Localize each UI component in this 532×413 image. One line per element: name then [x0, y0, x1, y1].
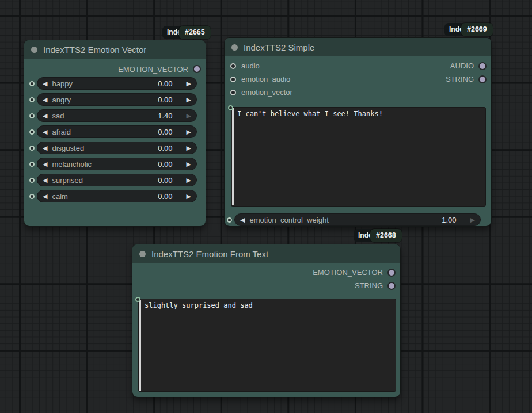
input-socket-angry[interactable] [29, 97, 35, 102]
decrement-icon[interactable]: ◀ [43, 97, 47, 103]
widget-row-melancholic: ◀ melancholic 0.00 ▶ [29, 158, 197, 170]
input-socket-calm[interactable] [29, 194, 35, 199]
node-id-badge: #2668 [370, 229, 402, 242]
node-indextts2-simple: IndexTTS2 Simple audio emotion_audio emo… [225, 38, 491, 226]
decrement-icon[interactable]: ◀ [43, 81, 47, 87]
output-socket-string[interactable] [478, 75, 487, 83]
input-socket-disgusted[interactable] [29, 146, 35, 151]
number-widget-sad[interactable]: ◀ sad 1.40 ▶ [37, 109, 197, 122]
collapse-dot-icon[interactable] [139, 251, 146, 257]
decrement-icon[interactable]: ◀ [43, 113, 47, 119]
increment-icon[interactable]: ▶ [187, 113, 191, 119]
output-label: STRING [446, 75, 474, 83]
widget-row-angry: ◀ angry 0.00 ▶ [29, 93, 197, 106]
text-scroll-strip[interactable] [139, 300, 141, 391]
widget-row-disgusted: ◀ disgusted 0.00 ▶ [29, 142, 197, 154]
widget-value: 0.00 [158, 176, 172, 185]
widget-label: emotion_control_weight [249, 216, 437, 224]
widget-row-emotion-control-weight: ◀ emotion_control_weight 1.00 ▶ [227, 213, 481, 226]
tts-text-input[interactable]: I can't believe what I see! Thanks! [235, 108, 485, 205]
input-socket-text[interactable] [228, 105, 233, 110]
number-widget-afraid[interactable]: ◀ afraid 0.00 ▶ [37, 125, 197, 138]
widget-value: 0.00 [158, 79, 172, 88]
decrement-icon[interactable]: ◀ [43, 129, 47, 135]
widget-label: afraid [52, 128, 153, 136]
number-widget-angry[interactable]: ◀ angry 0.00 ▶ [37, 93, 197, 106]
increment-icon[interactable]: ▶ [187, 161, 191, 167]
input-socket-afraid[interactable] [29, 129, 35, 135]
input-label: emotion_audio [241, 75, 290, 83]
widget-value: 0.00 [158, 128, 172, 136]
widget-row-afraid: ◀ afraid 0.00 ▶ [29, 125, 197, 138]
widget-value: 0.00 [158, 160, 172, 169]
node-header[interactable]: IndexTTS2 Simple [225, 38, 491, 56]
output-label: EMOTION_VECTOR [313, 268, 383, 277]
output-row-string: STRING [441, 72, 491, 86]
input-socket-surprised[interactable] [29, 178, 35, 183]
output-socket-emotion-vector[interactable] [193, 65, 201, 73]
number-widget-melancholic[interactable]: ◀ melancholic 0.00 ▶ [37, 158, 197, 170]
input-socket-emotion-vector[interactable] [230, 90, 236, 95]
widget-row-surprised: ◀ surprised 0.00 ▶ [29, 174, 197, 186]
node-emotion-vector: IndexTTS2 Emotion Vector EMOTION_VECTOR … [24, 40, 206, 226]
decrement-icon[interactable]: ◀ [43, 177, 47, 183]
increment-icon[interactable]: ▶ [187, 129, 191, 135]
node-graph-canvas[interactable]: IndexTTS2 #2665 IndexTTS2 Emotion Vector… [0, 0, 532, 413]
input-socket-emotion-audio[interactable] [230, 77, 236, 82]
collapse-dot-icon[interactable] [231, 44, 238, 51]
increment-icon[interactable]: ▶ [187, 97, 191, 103]
collapse-dot-icon[interactable] [31, 47, 37, 53]
widget-value: 1.00 [442, 216, 456, 224]
output-row-emotion-vector: EMOTION_VECTOR [132, 266, 400, 279]
output-socket-emotion-vector[interactable] [387, 269, 396, 277]
output-label: EMOTION_VECTOR [118, 65, 188, 74]
output-column: AUDIO STRING [441, 59, 491, 86]
number-widget-happy[interactable]: ◀ happy 0.00 ▶ [37, 77, 197, 90]
widget-label: sad [52, 112, 153, 120]
text-widget-box: I can't believe what I see! Thanks! [231, 107, 486, 206]
output-socket-string[interactable] [387, 282, 396, 290]
increment-icon[interactable]: ▶ [470, 217, 475, 223]
widget-label: melancholic [52, 160, 153, 169]
decrement-icon[interactable]: ◀ [43, 193, 47, 200]
widget-label: angry [52, 95, 153, 104]
widget-label: surprised [52, 176, 153, 185]
input-socket-sad[interactable] [29, 113, 35, 118]
output-socket-audio[interactable] [478, 62, 487, 70]
node-badge-2665: IndexTTS2 #2665 [162, 26, 211, 39]
increment-icon[interactable]: ▶ [187, 193, 191, 200]
output-label: AUDIO [450, 62, 474, 70]
widget-row-sad: ◀ sad 1.40 ▶ [29, 109, 197, 122]
output-row: EMOTION_VECTOR [24, 62, 206, 76]
widget-label: happy [52, 79, 153, 88]
node-id-badge: #2665 [179, 26, 211, 39]
text-scroll-strip[interactable] [232, 108, 234, 205]
node-title: IndexTTS2 Emotion From Text [151, 249, 268, 259]
number-widget-surprised[interactable]: ◀ surprised 0.00 ▶ [37, 174, 197, 186]
emotion-text-input[interactable]: slightly surprised and sad [142, 300, 395, 391]
input-socket-audio[interactable] [230, 63, 236, 69]
widget-value: 0.00 [158, 144, 172, 152]
number-widget-calm[interactable]: ◀ calm 0.00 ▶ [37, 190, 197, 202]
widget-value: 0.00 [158, 192, 172, 201]
decrement-icon[interactable]: ◀ [240, 217, 245, 223]
increment-icon[interactable]: ▶ [187, 177, 191, 183]
decrement-icon[interactable]: ◀ [43, 161, 47, 167]
input-socket-happy[interactable] [29, 81, 35, 86]
increment-icon[interactable]: ▶ [187, 81, 191, 87]
input-label: emotion_vector [241, 88, 292, 97]
input-row-emotion-vector: emotion_vector [225, 86, 491, 99]
number-widget-emotion-control-weight[interactable]: ◀ emotion_control_weight 1.00 ▶ [234, 213, 481, 226]
node-emotion-from-text: IndexTTS2 Emotion From Text EMOTION_VECT… [132, 244, 400, 397]
increment-icon[interactable]: ▶ [187, 145, 191, 151]
decrement-icon[interactable]: ◀ [43, 145, 47, 151]
node-header[interactable]: IndexTTS2 Emotion From Text [132, 244, 400, 263]
node-header[interactable]: IndexTTS2 Emotion Vector [24, 40, 206, 59]
input-socket-melancholic[interactable] [29, 162, 35, 167]
input-label: audio [241, 62, 260, 70]
number-widget-disgusted[interactable]: ◀ disgusted 0.00 ▶ [37, 142, 197, 154]
widget-row-calm: ◀ calm 0.00 ▶ [29, 190, 197, 202]
input-socket-text[interactable] [135, 297, 140, 302]
node-title: IndexTTS2 Simple [244, 43, 314, 52]
input-socket-emotion-control-weight[interactable] [227, 217, 232, 223]
